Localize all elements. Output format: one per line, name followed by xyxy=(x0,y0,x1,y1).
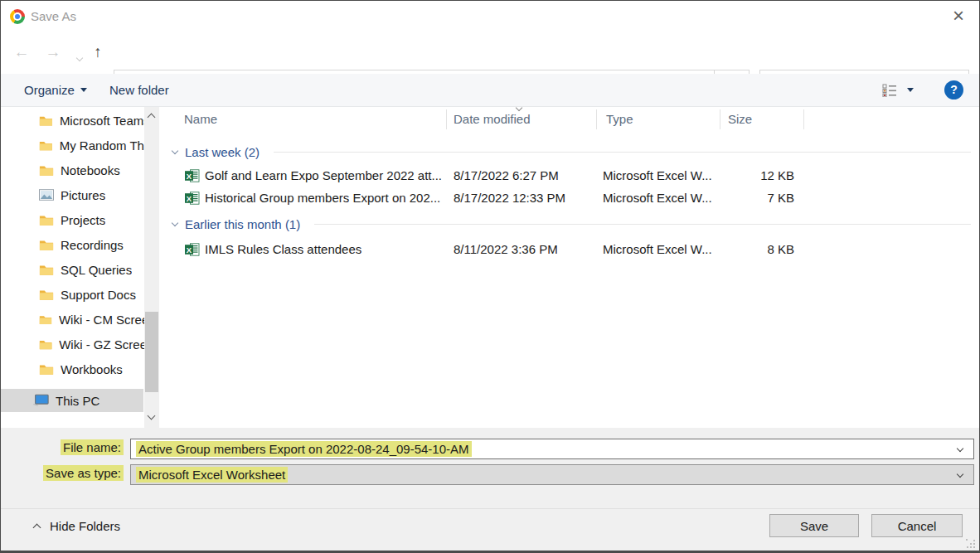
sidebar-item-support-docs[interactable]: Support Docs xyxy=(1,283,144,306)
file-row-historical-export[interactable]: X Historical Group members Export on 202… xyxy=(163,187,979,210)
sidebar-item-sql-queries[interactable]: SQL Queries xyxy=(1,258,144,281)
folder-icon xyxy=(39,114,53,127)
up-button[interactable]: ↑ xyxy=(86,41,109,63)
forward-button[interactable]: → xyxy=(41,41,65,63)
computer-icon xyxy=(32,394,49,407)
sidebar-item-wiki-cm[interactable]: Wiki - CM Screen xyxy=(1,308,144,331)
file-row-golf-expo[interactable]: X Golf and Learn Expo September 2022 att… xyxy=(163,165,979,187)
title-bar: Save As × xyxy=(1,1,979,34)
back-button[interactable]: ← xyxy=(10,41,33,63)
column-size[interactable]: Size xyxy=(728,112,752,126)
collapse-group-icon xyxy=(172,148,178,154)
file-size: 12 KB xyxy=(677,168,794,182)
scroll-down-icon[interactable] xyxy=(148,412,156,420)
column-headers: Name Date modified Type Size xyxy=(163,107,979,132)
organize-button[interactable]: Organize xyxy=(24,74,87,106)
folder-icon xyxy=(39,214,54,226)
group-header-earlier-this-month[interactable]: Earlier this month (1) xyxy=(163,216,979,232)
chrome-logo-icon xyxy=(10,9,25,24)
pictures-icon xyxy=(39,189,54,201)
file-row-imls-rules[interactable]: X IMLS Rules Class attendees 8/11/2022 3… xyxy=(163,239,979,261)
file-size: 8 KB xyxy=(677,242,794,256)
column-date-modified[interactable]: Date modified xyxy=(454,112,531,126)
cancel-button[interactable]: Cancel xyxy=(871,514,963,537)
view-options-dropdown[interactable] xyxy=(907,88,914,92)
scrollbar-thumb[interactable] xyxy=(145,312,158,392)
svg-text:X: X xyxy=(187,194,192,203)
excel-file-icon: X xyxy=(185,192,200,205)
resize-grip[interactable] xyxy=(966,539,975,548)
svg-text:X: X xyxy=(187,172,192,181)
file-name: IMLS Rules Class attendees xyxy=(205,242,361,256)
command-bar: Organize New folder ? xyxy=(1,74,979,107)
sidebar-item-projects[interactable]: Projects xyxy=(1,208,144,231)
chevron-down-icon[interactable] xyxy=(957,471,963,478)
column-type[interactable]: Type xyxy=(606,112,633,126)
folder-icon xyxy=(39,363,54,376)
chevron-down-icon xyxy=(80,88,87,92)
navigation-bar: ← → ↑ This PC Downloads ↻ xyxy=(1,34,979,74)
chevron-down-icon[interactable] xyxy=(957,445,963,452)
file-list: Name Date modified Type Size Last week (… xyxy=(163,107,979,428)
window-title: Save As xyxy=(31,9,76,23)
folder-icon xyxy=(39,164,54,177)
close-button[interactable]: × xyxy=(946,4,971,29)
file-date: 8/17/2022 12:33 PM xyxy=(454,191,565,205)
sidebar-item-recordings[interactable]: Recordings xyxy=(1,233,144,256)
scroll-up-icon[interactable] xyxy=(148,114,156,122)
sidebar-item-wiki-gz[interactable]: Wiki - GZ Screen xyxy=(1,332,144,356)
save-button[interactable]: Save xyxy=(769,514,859,537)
hide-folders-button[interactable]: Hide Folders xyxy=(34,519,120,533)
folder-icon xyxy=(39,264,54,276)
file-name-row: File name: Active Group members Export o… xyxy=(1,439,979,459)
chevron-up-icon xyxy=(33,523,41,531)
file-name: Historical Group members Export on 202..… xyxy=(205,191,440,205)
sidebar-item-my-random[interactable]: My Random Thir xyxy=(1,133,144,157)
save-as-type-row: Save as type: Microsoft Excel Worksheet xyxy=(1,464,979,485)
sidebar-scrollbar[interactable] xyxy=(144,107,159,428)
file-name-label: File name: xyxy=(61,440,124,454)
file-date: 8/17/2022 6:27 PM xyxy=(454,168,559,182)
sidebar-item-pictures[interactable]: Pictures xyxy=(1,183,144,206)
collapse-group-icon xyxy=(172,220,178,226)
file-name-value: Active Group members Export on 2022-08-2… xyxy=(136,441,472,457)
folder-icon xyxy=(39,239,54,251)
file-name-input[interactable]: Active Group members Export on 2022-08-2… xyxy=(130,439,974,459)
details-view-icon[interactable] xyxy=(882,84,897,97)
svg-text:X: X xyxy=(187,245,192,255)
save-as-type-value: Microsoft Excel Worksheet xyxy=(136,467,288,483)
save-as-type-label: Save as type: xyxy=(43,466,124,480)
content-area: Microsoft Teams My Random Thir Notebooks… xyxy=(1,107,979,428)
save-as-type-select[interactable]: Microsoft Excel Worksheet xyxy=(130,464,974,485)
sidebar-item-microsoft-teams[interactable]: Microsoft Teams xyxy=(1,109,144,132)
file-date: 8/11/2022 3:36 PM xyxy=(454,242,558,256)
folder-icon xyxy=(39,289,54,301)
group-header-last-week[interactable]: Last week (2) xyxy=(163,143,979,160)
new-folder-button[interactable]: New folder xyxy=(109,74,169,106)
folder-tree-sidebar: Microsoft Teams My Random Thir Notebooks… xyxy=(1,107,144,428)
save-as-dialog: Save As × ← → ↑ This PC Downloads ↻ xyxy=(0,0,980,553)
column-name[interactable]: Name xyxy=(184,112,217,126)
file-size: 7 KB xyxy=(677,191,794,205)
file-name: Golf and Learn Expo September 2022 att..… xyxy=(205,168,442,182)
help-button[interactable]: ? xyxy=(944,80,963,99)
folder-icon xyxy=(39,313,52,326)
folder-icon xyxy=(39,338,52,351)
bottom-pane: File name: Active Group members Export o… xyxy=(1,428,979,551)
sidebar-item-workbooks[interactable]: Workbooks xyxy=(1,357,144,381)
sidebar-item-this-pc[interactable]: This PC xyxy=(1,389,143,412)
excel-file-icon: X xyxy=(185,169,200,182)
excel-file-icon: X xyxy=(185,243,200,256)
sidebar-item-notebooks[interactable]: Notebooks xyxy=(1,158,144,182)
folder-icon xyxy=(39,139,53,152)
footer-divider xyxy=(1,508,979,509)
